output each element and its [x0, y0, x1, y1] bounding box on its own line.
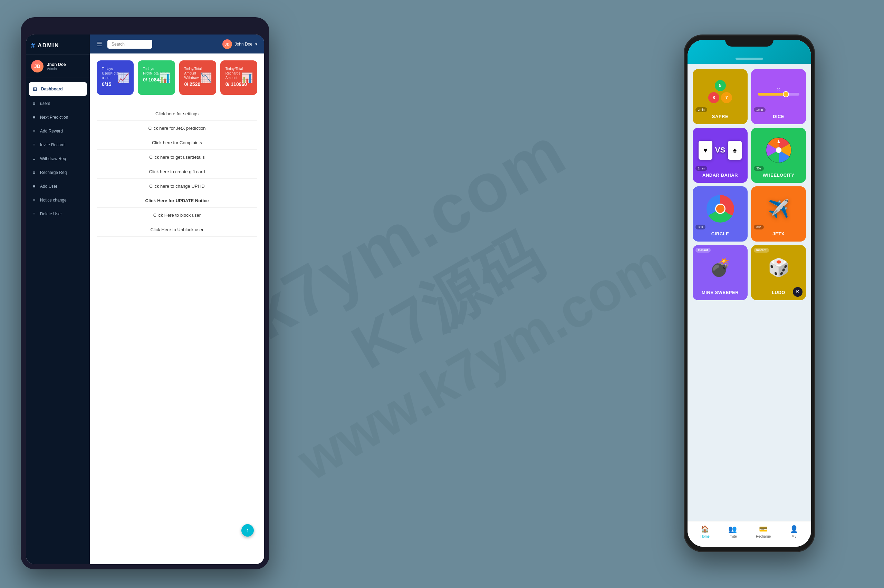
topbar-username: John Doe	[235, 42, 253, 46]
svg-point-1	[776, 147, 782, 153]
home-icon: 🏠	[701, 525, 709, 533]
add-user-icon: ≡	[31, 184, 37, 189]
sidebar-item-add-reward[interactable]: ≡ Add Reward	[26, 124, 90, 138]
stat-card-recharge: Today/Total Recharge Amount: 0/ 110960 📊	[220, 60, 257, 95]
mine-sweeper-title: MINE SWEEPER	[702, 290, 739, 295]
link-complaints[interactable]: Click here for Complaints	[97, 136, 257, 150]
stat-icon-withdrawn: 📉	[200, 72, 212, 84]
game-card-sapre[interactable]: 5 8 7 2min SAPRE	[693, 69, 747, 124]
nav-my[interactable]: 👤 My	[785, 523, 804, 540]
logo-title: ADMIN	[38, 42, 59, 49]
menu-icon[interactable]: ☰	[97, 40, 102, 48]
sidebar-item-recharge-req[interactable]: ≡ Recharge Req	[26, 166, 90, 179]
sidebar-user: JD Jhon Doe Admin	[26, 55, 90, 78]
dice-timer: 1min	[754, 107, 765, 112]
sapre-timer: 2min	[696, 107, 707, 112]
sidebar-label-delete: Delete User	[40, 212, 62, 216]
invite-icon: ≡	[31, 142, 37, 148]
delete-icon: ≡	[31, 211, 37, 217]
k-badge: K	[793, 287, 803, 297]
chevron-down-icon: ▾	[255, 42, 257, 46]
ludo-title: LUDO	[772, 290, 785, 295]
user-avatar: JD	[31, 60, 44, 72]
card-spade: ♠	[728, 141, 742, 160]
reward-icon: ≡	[31, 128, 37, 134]
ludo-icon: 🎲	[751, 245, 806, 290]
nav-my-label: My	[792, 534, 796, 538]
search-input[interactable]	[107, 40, 152, 49]
game-card-wheelocity[interactable]: 30s WHEELOCITY	[751, 128, 806, 183]
jetx-timer: 30s	[754, 225, 764, 230]
nav-invite-label: Invite	[729, 534, 737, 538]
game-card-mine-sweeper[interactable]: Instant 💣 MINE SWEEPER	[693, 245, 747, 300]
stat-icon-profit: 📊	[159, 72, 171, 84]
invite-icon: 👥	[728, 525, 737, 533]
topbar-user[interactable]: JD John Doe ▾	[223, 39, 257, 49]
users-icon: ≡	[31, 101, 37, 106]
stat-icon-users: 📈	[117, 72, 129, 84]
user-role: Admin	[47, 67, 66, 71]
sidebar-item-dashboard[interactable]: ⊞ Dashboard	[29, 82, 87, 96]
topbar: ☰ JD John Doe ▾	[90, 34, 264, 54]
phone: 5 8 7 2min SAPRE	[684, 34, 815, 552]
recharge-icon: ≡	[31, 170, 37, 175]
user-info: Jhon Doe Admin	[47, 62, 66, 71]
games-grid: 5 8 7 2min SAPRE	[691, 67, 808, 302]
sidebar-label-reward: Add Reward	[40, 129, 63, 134]
game-card-andar-bahar[interactable]: ♥ VS ♠ 1min ANDAR BAHAR	[693, 128, 747, 183]
my-icon: 👤	[790, 525, 798, 533]
link-unblock-user[interactable]: Click Here to Unblock user	[97, 223, 257, 237]
sidebar-nav: ⊞ Dashboard ≡ users ≡ Next Prediction ≡ …	[26, 78, 90, 564]
sidebar-label-withdraw: Withdraw Req	[40, 156, 66, 161]
dice-title: DICE	[773, 114, 784, 119]
sidebar-item-invite-record[interactable]: ≡ Invite Record	[26, 138, 90, 152]
sidebar-item-next-prediction[interactable]: ≡ Next Prediction	[26, 110, 90, 124]
phone-content: 5 8 7 2min SAPRE	[687, 64, 811, 521]
link-gift-card[interactable]: Click here to create gift card	[97, 165, 257, 179]
game-card-circle[interactable]: 30s Circle	[693, 186, 747, 242]
phone-bottom-nav: 🏠 Home 👥 Invite 💳 Recharge 👤 My	[687, 521, 811, 547]
link-block-user[interactable]: Click Here to block user	[97, 208, 257, 222]
prediction-icon: ≡	[31, 115, 37, 120]
sidebar-item-withdraw-req[interactable]: ≡ Withdraw Req	[26, 152, 90, 166]
phone-notch	[725, 36, 774, 46]
link-jetx-prediction[interactable]: Click here for JetX prediction	[97, 122, 257, 135]
sidebar-item-notice-change[interactable]: ≡ Notice change	[26, 193, 90, 207]
link-upi-id[interactable]: Click here to change UPI ID	[97, 179, 257, 193]
withdraw-icon: ≡	[31, 156, 37, 162]
sidebar-item-delete-user[interactable]: ≡ Delete User	[26, 207, 90, 221]
dashboard-icon: ⊞	[32, 86, 38, 92]
sidebar-label-invite: Invite Record	[40, 142, 65, 147]
wheelocity-timer: 30s	[754, 166, 764, 171]
sidebar-item-users[interactable]: ≡ users	[26, 97, 90, 110]
tablet: # ADMIN JD Jhon Doe Admin ⊞ Dashboard ≡ …	[21, 17, 269, 569]
recharge-icon: 💳	[759, 525, 768, 533]
sapre-title: SAPRE	[712, 114, 728, 119]
tablet-screen: # ADMIN JD Jhon Doe Admin ⊞ Dashboard ≡ …	[26, 34, 264, 564]
sidebar-label-users: users	[40, 101, 50, 106]
nav-home-label: Home	[700, 534, 710, 538]
link-update-notice[interactable]: Click Here for UPDATE Notice	[97, 194, 257, 208]
jetx-title: JETX	[773, 231, 785, 236]
sidebar: # ADMIN JD Jhon Doe Admin ⊞ Dashboard ≡ …	[26, 34, 90, 564]
mine-sweeper-icon: 💣	[693, 245, 747, 290]
game-card-ludo[interactable]: Instant 🎲 LUDO K	[751, 245, 806, 300]
sidebar-logo: # ADMIN	[26, 34, 90, 55]
stat-icon-recharge: 📊	[241, 72, 253, 84]
andar-bahar-timer: 1min	[696, 166, 707, 171]
link-userdetails[interactable]: Click here to get userdetails	[97, 150, 257, 164]
nav-recharge[interactable]: 💳 Recharge	[751, 523, 776, 540]
sidebar-item-add-user[interactable]: ≡ Add User	[26, 179, 90, 193]
scroll-top-button[interactable]: ↑	[241, 524, 254, 537]
nav-home[interactable]: 🏠 Home	[695, 523, 715, 540]
notice-icon: ≡	[31, 197, 37, 203]
sidebar-label-dashboard: Dashboard	[41, 87, 63, 92]
stats-grid: Todays Users/Total users: 0/15 📈 Todays …	[97, 60, 257, 95]
game-card-jetx[interactable]: ✈️ 30s JETX	[751, 186, 806, 242]
user-name: Jhon Doe	[47, 62, 66, 67]
topbar-avatar: JD	[223, 39, 232, 49]
nav-invite[interactable]: 👥 Invite	[723, 523, 742, 540]
link-settings[interactable]: Click here for settings	[97, 107, 257, 121]
game-card-dice[interactable]: 50 1min DICE	[751, 69, 806, 124]
circle-title: Circle	[711, 231, 729, 236]
